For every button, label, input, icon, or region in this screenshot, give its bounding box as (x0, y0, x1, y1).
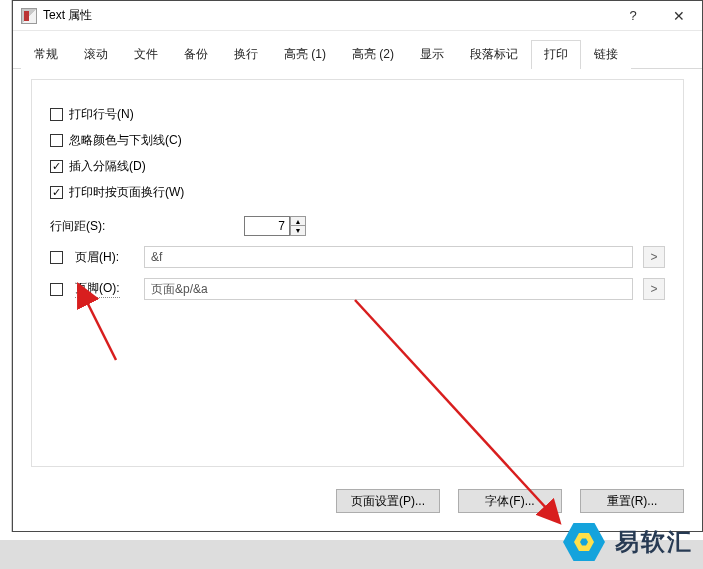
line-spacing-row: 行间距(S): ▲ ▼ (50, 216, 665, 236)
titlebar: Text 属性 ? ✕ (13, 1, 702, 31)
checkbox-icon (50, 186, 63, 199)
footer-label: 页脚(O): (75, 280, 120, 298)
header-input[interactable] (144, 246, 633, 268)
spin-up-button[interactable]: ▲ (290, 216, 306, 226)
reset-button[interactable]: 重置(R)... (580, 489, 684, 513)
tab-paragraph[interactable]: 段落标记 (457, 40, 531, 69)
line-spacing-input[interactable] (244, 216, 290, 236)
window-title: Text 属性 (43, 7, 92, 24)
header-label: 页眉(H): (75, 249, 119, 266)
tab-general[interactable]: 常规 (21, 40, 71, 69)
option-label: 忽略颜色与下划线(C) (69, 132, 182, 149)
option-label: 插入分隔线(D) (69, 158, 146, 175)
header-row: 页眉(H): > (50, 246, 665, 268)
option-wrap-by-page[interactable]: 打印时按页面换行(W) (50, 180, 665, 204)
font-button[interactable]: 字体(F)... (458, 489, 562, 513)
tab-wrap[interactable]: 换行 (221, 40, 271, 69)
option-label: 打印时按页面换行(W) (69, 184, 184, 201)
footer-input[interactable] (144, 278, 633, 300)
page-setup-button[interactable]: 页面设置(P)... (336, 489, 440, 513)
print-panel: 打印行号(N) 忽略颜色与下划线(C) 插入分隔线(D) 打印时按页面换行(W)… (31, 79, 684, 467)
tab-link[interactable]: 链接 (581, 40, 631, 69)
footer-more-button[interactable]: > (643, 278, 665, 300)
help-button[interactable]: ? (610, 1, 656, 31)
checkbox-icon (50, 160, 63, 173)
tab-highlight1[interactable]: 高亮 (1) (271, 40, 339, 69)
option-insert-separator[interactable]: 插入分隔线(D) (50, 154, 665, 178)
footer-checkbox[interactable] (50, 283, 63, 296)
line-spacing-label: 行间距(S): (50, 218, 118, 235)
dialog-window: Text 属性 ? ✕ 常规 滚动 文件 备份 换行 高亮 (1) 高亮 (2)… (12, 0, 703, 532)
header-more-button[interactable]: > (643, 246, 665, 268)
app-icon (21, 8, 37, 24)
tabstrip: 常规 滚动 文件 备份 换行 高亮 (1) 高亮 (2) 显示 段落标记 打印 … (13, 31, 702, 69)
header-checkbox[interactable] (50, 251, 63, 264)
tab-scroll[interactable]: 滚动 (71, 40, 121, 69)
option-print-line-numbers[interactable]: 打印行号(N) (50, 102, 665, 126)
option-ignore-color-underline[interactable]: 忽略颜色与下划线(C) (50, 128, 665, 152)
tab-file[interactable]: 文件 (121, 40, 171, 69)
tab-print[interactable]: 打印 (531, 40, 581, 69)
checkbox-icon (50, 134, 63, 147)
option-label: 打印行号(N) (69, 106, 134, 123)
tab-display[interactable]: 显示 (407, 40, 457, 69)
tab-backup[interactable]: 备份 (171, 40, 221, 69)
spin-down-button[interactable]: ▼ (290, 226, 306, 236)
footer-row: 页脚(O): > (50, 278, 665, 300)
close-button[interactable]: ✕ (656, 1, 702, 31)
dialog-buttons: 页面设置(P)... 字体(F)... 重置(R)... (336, 489, 684, 513)
tab-highlight2[interactable]: 高亮 (2) (339, 40, 407, 69)
checkbox-icon (50, 108, 63, 121)
